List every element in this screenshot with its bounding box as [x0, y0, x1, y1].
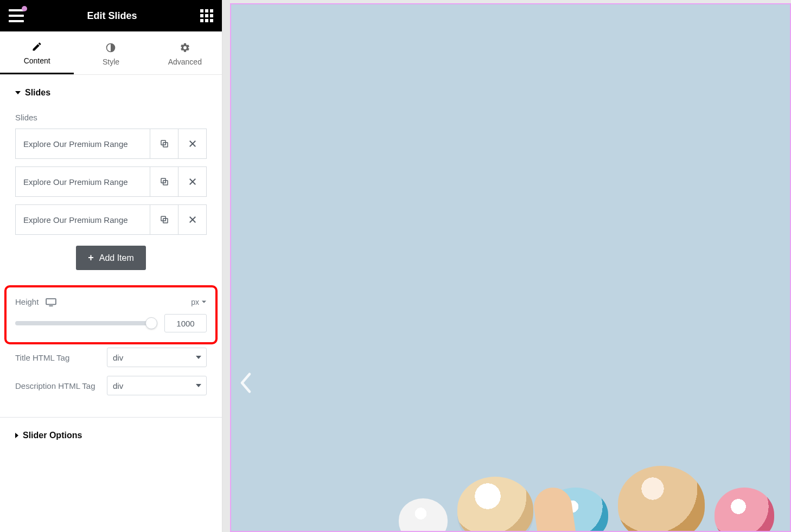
- panel-title: Edit Slides: [87, 10, 137, 22]
- copy-icon: [160, 139, 169, 149]
- tab-advanced[interactable]: Advanced: [148, 31, 222, 74]
- caret-right-icon: [15, 433, 18, 438]
- title-tag-label: Title HTML Tag: [15, 353, 107, 362]
- section-title: Slides: [25, 88, 50, 98]
- plus-icon: +: [88, 252, 94, 264]
- preview-decoration: [399, 455, 790, 532]
- height-value-input[interactable]: [164, 314, 207, 332]
- remove-slide-button[interactable]: [178, 167, 206, 196]
- height-unit-select[interactable]: px: [191, 298, 207, 306]
- chevron-down-icon: [201, 300, 207, 304]
- section-slider-options-toggle[interactable]: Slider Options: [15, 431, 207, 440]
- add-item-label: Add Item: [99, 253, 134, 263]
- apps-grid-button[interactable]: [200, 9, 213, 22]
- slides-list-label: Slides: [15, 113, 207, 122]
- slides-list: Explore Our Premium Range Explore Our Pr…: [15, 129, 207, 235]
- duplicate-slide-button[interactable]: [150, 205, 178, 234]
- pencil-icon: [31, 41, 42, 52]
- menu-button[interactable]: [9, 9, 24, 22]
- slide-item-label[interactable]: Explore Our Premium Range: [16, 205, 150, 234]
- tab-label: Content: [24, 56, 50, 65]
- tab-style[interactable]: Style: [74, 31, 148, 74]
- slide-item: Explore Our Premium Range: [15, 166, 207, 197]
- caret-down-icon: [15, 91, 21, 94]
- preview-area: [222, 0, 791, 532]
- panel-body: Slides Slides Explore Our Premium Range …: [0, 75, 222, 532]
- editor-panel: Edit Slides Content Style: [0, 0, 222, 532]
- desktop-device-button[interactable]: [45, 298, 57, 306]
- close-icon: [188, 215, 197, 225]
- close-icon: [188, 177, 197, 187]
- slide-prev-button[interactable]: [238, 371, 254, 396]
- slide-item: Explore Our Premium Range: [15, 129, 207, 159]
- tab-label: Style: [103, 57, 119, 66]
- title-html-tag-row: Title HTML Tag div: [15, 348, 207, 367]
- slide-item-label[interactable]: Explore Our Premium Range: [16, 129, 150, 158]
- slide-item: Explore Our Premium Range: [15, 204, 207, 235]
- description-tag-label: Description HTML Tag: [15, 381, 107, 390]
- height-unit-label: px: [191, 298, 199, 306]
- height-control-highlight: Height px: [4, 285, 218, 344]
- title-tag-select[interactable]: div: [107, 348, 207, 367]
- add-item-button[interactable]: + Add Item: [76, 246, 146, 270]
- description-html-tag-row: Description HTML Tag div: [15, 376, 207, 395]
- height-slider-row: [15, 314, 207, 332]
- remove-slide-button[interactable]: [178, 129, 206, 158]
- section-title: Slider Options: [23, 431, 82, 440]
- preview-canvas[interactable]: [230, 3, 791, 532]
- duplicate-slide-button[interactable]: [150, 129, 178, 158]
- svg-rect-13: [46, 298, 56, 304]
- slide-item-label[interactable]: Explore Our Premium Range: [16, 167, 150, 196]
- section-slides-toggle[interactable]: Slides: [15, 88, 207, 98]
- close-icon: [188, 139, 197, 149]
- tab-content[interactable]: Content: [0, 31, 74, 74]
- height-control-header: Height px: [15, 297, 207, 306]
- chevron-left-icon: [238, 371, 254, 394]
- app-root: Edit Slides Content Style: [0, 0, 791, 532]
- height-label: Height: [15, 297, 39, 306]
- gear-icon: [180, 42, 190, 53]
- copy-icon: [160, 215, 169, 225]
- tab-label: Advanced: [168, 57, 202, 66]
- duplicate-slide-button[interactable]: [150, 167, 178, 196]
- height-slider-thumb[interactable]: [145, 317, 157, 329]
- panel-tabs: Content Style Advanced: [0, 31, 222, 75]
- description-tag-select[interactable]: div: [107, 376, 207, 395]
- contrast-icon: [105, 42, 116, 53]
- notification-dot-icon: [22, 6, 27, 11]
- panel-header: Edit Slides: [0, 0, 222, 31]
- copy-icon: [160, 177, 169, 187]
- height-slider[interactable]: [15, 321, 157, 325]
- remove-slide-button[interactable]: [178, 205, 206, 234]
